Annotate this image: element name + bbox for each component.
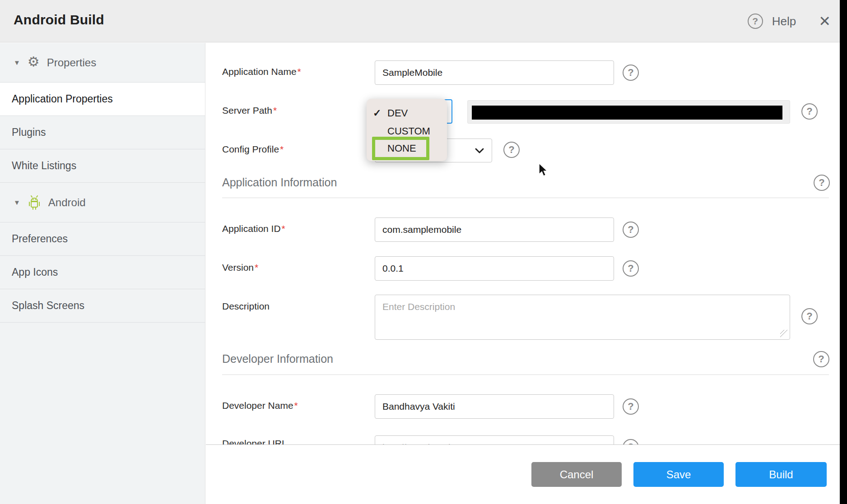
application-information-heading: Application Information: [222, 176, 337, 189]
application-id-label: Application ID*: [222, 223, 285, 234]
application-name-input[interactable]: [375, 60, 614, 85]
server-path-value-field: [467, 100, 790, 124]
application-name-label: Application Name*: [222, 66, 301, 77]
application-id-input[interactable]: [375, 217, 614, 242]
close-icon[interactable]: ✕: [819, 14, 831, 28]
required-asterisk: *: [255, 262, 258, 273]
application-id-help-icon[interactable]: ?: [623, 222, 639, 238]
cancel-button[interactable]: Cancel: [531, 462, 622, 487]
version-label: Version*: [222, 262, 258, 273]
sidebar-group-properties[interactable]: ▼ ⚙ Properties: [0, 43, 205, 83]
sidebar-item-label: White Listings: [12, 160, 76, 172]
checkmark-icon: ✓: [373, 107, 381, 119]
description-textarea[interactable]: [375, 295, 790, 340]
sidebar-item-white-listings[interactable]: White Listings: [0, 149, 205, 183]
caret-down-icon: ▼: [14, 199, 20, 206]
developer-information-heading: Developer Information: [222, 352, 333, 365]
sidebar-item-application-properties[interactable]: Application Properties: [0, 83, 205, 116]
sidebar-item-label: Splash Screens: [12, 300, 84, 312]
required-asterisk: *: [294, 400, 298, 411]
application-information-help-icon[interactable]: ?: [814, 175, 830, 191]
dropdown-option-none[interactable]: NONE: [372, 137, 429, 160]
dropdown-option-dev[interactable]: ✓ DEV: [367, 104, 447, 122]
developer-information-help-icon[interactable]: ?: [813, 351, 829, 367]
sidebar-item-plugins[interactable]: Plugins: [0, 116, 205, 149]
config-profile-label: Config Profile*: [222, 144, 284, 155]
chevron-down-icon: [475, 148, 484, 154]
required-asterisk: *: [298, 66, 301, 77]
developer-name-input[interactable]: [375, 394, 614, 419]
description-help-icon[interactable]: ?: [801, 308, 818, 324]
help-icon[interactable]: ?: [748, 14, 763, 29]
sidebar-item-preferences[interactable]: Preferences: [0, 222, 205, 256]
server-path-label: Server Path*: [222, 105, 277, 116]
sidebar-item-app-icons[interactable]: App Icons: [0, 256, 205, 289]
developer-name-label: Developer Name*: [222, 400, 298, 411]
config-profile-help-icon[interactable]: ?: [503, 142, 520, 158]
help-button[interactable]: Help: [772, 14, 796, 28]
dialog-title: Android Build: [14, 12, 104, 28]
server-path-help-icon[interactable]: ?: [801, 103, 818, 120]
sidebar-item-label: App Icons: [12, 266, 58, 278]
developer-name-help-icon[interactable]: ?: [623, 398, 639, 415]
android-build-dialog: Android Build ? Help ✕ ▼ ⚙ Properties Ap…: [0, 0, 847, 504]
dialog-header: Android Build ? Help ✕: [0, 0, 847, 42]
required-asterisk: *: [273, 105, 277, 116]
sidebar: ▼ ⚙ Properties Application Properties Pl…: [0, 43, 205, 504]
section-divider: [222, 375, 829, 375]
sidebar-item-label: Preferences: [12, 233, 68, 245]
sidebar-group-label: Android: [48, 196, 86, 209]
description-label: Description: [222, 301, 270, 312]
sidebar-item-label: Application Properties: [12, 93, 113, 105]
mouse-cursor: [538, 163, 550, 178]
server-path-dropdown-menu: ✓ DEV CUSTOM NONE: [367, 99, 447, 161]
sidebar-group-android[interactable]: ▼ Android: [0, 183, 205, 222]
application-name-help-icon[interactable]: ?: [623, 65, 639, 81]
section-divider: [222, 198, 829, 198]
version-help-icon[interactable]: ?: [623, 260, 639, 277]
form-panel: Application Name* ? Server Path* ? Confi…: [206, 43, 840, 504]
sidebar-item-splash-screens[interactable]: Splash Screens: [0, 289, 205, 323]
sidebar-item-label: Plugins: [12, 126, 46, 139]
header-actions: ? Help ✕: [748, 0, 831, 42]
build-button[interactable]: Build: [735, 462, 827, 487]
required-asterisk: *: [280, 144, 284, 154]
save-button[interactable]: Save: [633, 462, 724, 487]
sidebar-group-label: Properties: [47, 56, 96, 69]
redacted-server-path: [472, 106, 782, 120]
version-input[interactable]: [375, 256, 614, 281]
caret-down-icon: ▼: [14, 59, 20, 66]
screen-edge-strip: [840, 0, 847, 504]
dialog-footer: Cancel Save Build: [206, 444, 840, 504]
android-icon: [28, 195, 41, 210]
required-asterisk: *: [282, 223, 285, 234]
gear-icon: ⚙: [28, 55, 40, 69]
